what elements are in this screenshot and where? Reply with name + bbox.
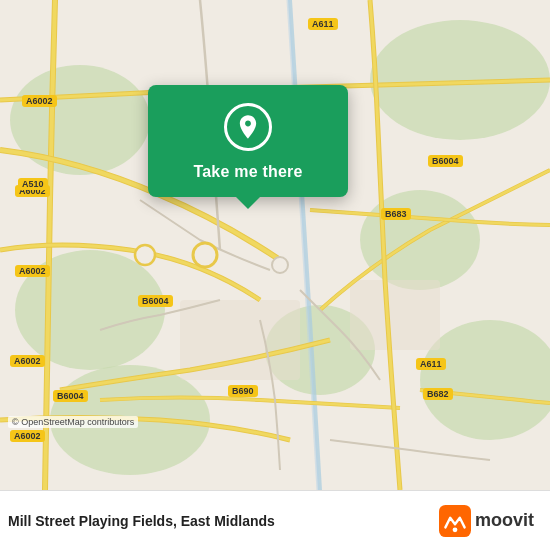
moovit-icon — [439, 505, 471, 537]
svg-point-15 — [453, 527, 458, 532]
road-badge-b6004-3: B6004 — [53, 390, 88, 402]
svg-point-3 — [360, 190, 480, 290]
popup-card[interactable]: Take me there — [148, 85, 348, 197]
road-badge-b690: B690 — [228, 385, 258, 397]
road-badge-a6002-1: A6002 — [22, 95, 57, 107]
svg-rect-10 — [350, 280, 440, 350]
svg-point-1 — [10, 65, 150, 175]
road-badge-a6002-5: A6002 — [10, 430, 45, 442]
take-me-there-button[interactable]: Take me there — [193, 163, 302, 181]
location-pin-icon — [234, 113, 262, 141]
road-badge-a611-2: A611 — [416, 358, 446, 370]
svg-point-13 — [272, 257, 288, 273]
map-container: A6002 A6002 A6002 A6002 A6002 A510 A611 … — [0, 0, 550, 490]
road-badge-b6004-2: B6004 — [138, 295, 173, 307]
road-badge-b6004-1: B6004 — [428, 155, 463, 167]
osm-credit: © OpenStreetMap contributors — [8, 416, 138, 428]
road-badge-a510: A510 — [18, 178, 48, 190]
road-badge-b683: B683 — [381, 208, 411, 220]
road-badge-a611-1: A611 — [308, 18, 338, 30]
road-badge-a6002-4: A6002 — [10, 355, 45, 367]
location-name: Mill Street Playing Fields, East Midland… — [8, 513, 275, 529]
svg-rect-14 — [439, 505, 471, 537]
svg-point-12 — [135, 245, 155, 265]
svg-point-11 — [193, 243, 217, 267]
road-badge-a6002-3: A6002 — [15, 265, 50, 277]
bottom-bar: Mill Street Playing Fields, East Midland… — [0, 490, 550, 550]
location-icon-wrapper — [224, 103, 272, 151]
moovit-text: moovit — [475, 510, 534, 531]
moovit-logo: moovit — [439, 505, 534, 537]
road-badge-b682: B682 — [423, 388, 453, 400]
location-info: Mill Street Playing Fields, East Midland… — [8, 513, 275, 529]
